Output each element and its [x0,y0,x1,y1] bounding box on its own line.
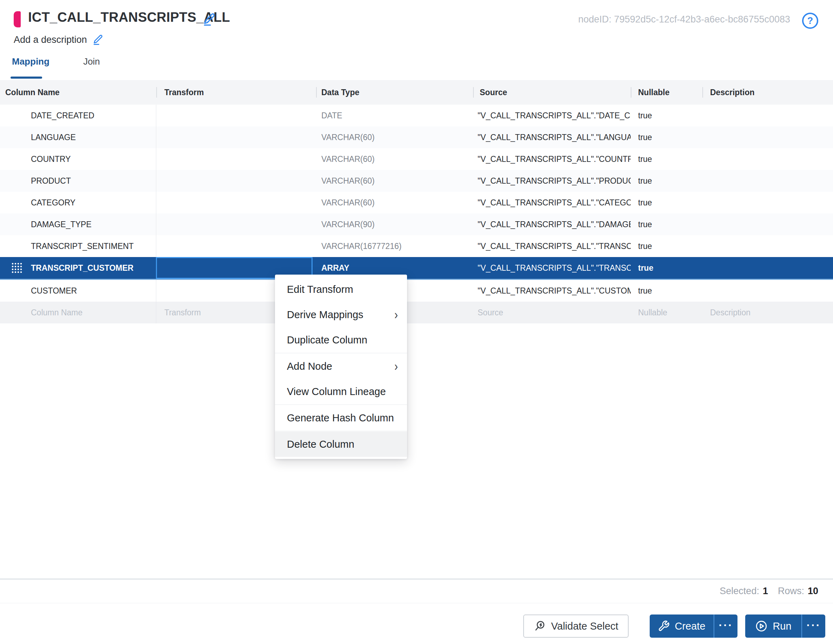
column-header-transform: Transform [156,80,316,104]
cell-source[interactable]: "V_CALL_TRANSCRIPTS_ALL"."COUNTRY" [473,148,631,170]
node-color-badge [14,11,21,27]
tab-mapping[interactable]: Mapping [12,56,50,67]
cell-data-type[interactable]: VARCHAR(60) [316,127,473,148]
run-button[interactable]: Run [745,615,801,638]
cell-transform[interactable] [156,170,316,192]
cell-nullable[interactable]: true [631,127,702,148]
column-header-data-type: Data Type [316,80,473,104]
cell-data-type[interactable]: VARCHAR(16777216) [316,235,473,257]
cell-nullable[interactable]: true [631,104,702,127]
cell-nullable[interactable]: true [631,280,702,302]
cell-data-type[interactable]: VARCHAR(60) [316,170,473,192]
cell-transform[interactable] [156,192,316,214]
run-label: Run [773,620,791,632]
cell-source[interactable]: "V_CALL_TRANSCRIPTS_ALL"."PRODUCT" [473,170,631,192]
edit-description-icon[interactable] [92,34,104,46]
menu-item-duplicate-column[interactable]: Duplicate Column [275,327,407,353]
cell-column-name[interactable]: CUSTOMER [0,280,156,302]
table-row-transcript-sentiment[interactable]: TRANSCRIPT_SENTIMENT VARCHAR(16777216) "… [0,235,833,257]
node-id-label: nodeID: 79592d5c-12cf-42b3-a6ec-bc86755c… [578,14,790,25]
ghost-nullable[interactable]: Nullable [631,302,702,323]
chevron-right-icon: › [394,360,398,373]
cell-column-name[interactable]: DAMAGE_TYPE [0,214,156,235]
cell-source[interactable]: "V_CALL_TRANSCRIPTS_ALL"."TRANSCRIP [473,257,631,279]
cell-description[interactable] [702,192,833,214]
table-row-transcript-customer-selected[interactable]: TRANSCRIPT_CUSTOMER ARRAY "V_CALL_TRANSC… [0,257,833,280]
cell-source[interactable]: "V_CALL_TRANSCRIPTS_ALL"."CUSTOMER" [473,280,631,302]
create-label: Create [675,620,705,632]
cell-nullable[interactable]: true [631,148,702,170]
create-more-button[interactable]: ··· [714,615,738,638]
menu-item-view-column-lineage[interactable]: View Column Lineage [275,379,407,404]
cell-column-name[interactable]: TRANSCRIPT_SENTIMENT [0,235,156,257]
create-button[interactable]: Create [650,615,714,638]
ghost-column-name[interactable]: Column Name [0,302,156,323]
tab-bar: Mapping Join [12,56,100,67]
cell-nullable[interactable]: true [631,257,702,279]
rows-count: 10 [808,586,818,597]
cell-source[interactable]: "V_CALL_TRANSCRIPTS_ALL"."CATEGORY" [473,192,631,214]
menu-divider [275,431,407,431]
cell-nullable[interactable]: true [631,170,702,192]
cell-nullable[interactable]: true [631,192,702,214]
menu-item-edit-transform[interactable]: Edit Transform [275,277,407,302]
table-row-customer[interactable]: CUSTOMER "V_CALL_TRANSCRIPTS_ALL"."CUSTO… [0,280,833,302]
table-row-language[interactable]: LANGUAGE VARCHAR(60) "V_CALL_TRANSCRIPTS… [0,127,833,148]
cell-column-name[interactable]: DATE_CREATED [0,104,156,127]
table-row-product[interactable]: PRODUCT VARCHAR(60) "V_CALL_TRANSCRIPTS_… [0,170,833,192]
cell-transform[interactable] [156,235,316,257]
table-row-country[interactable]: COUNTRY VARCHAR(60) "V_CALL_TRANSCRIPTS_… [0,148,833,170]
cell-description[interactable] [702,235,833,257]
selected-count: 1 [763,586,768,597]
ghost-description[interactable]: Description [702,302,833,323]
help-icon[interactable]: ? [802,13,818,29]
table-row-date-created[interactable]: DATE_CREATED DATE "V_CALL_TRANSCRIPTS_AL… [0,104,833,127]
cell-description[interactable] [702,127,833,148]
cell-description[interactable] [702,257,833,279]
validate-select-button[interactable]: Validate Select [523,615,629,638]
new-column-ghost-row[interactable]: Column Name Transform Source Nullable De… [0,302,833,323]
cell-source[interactable]: "V_CALL_TRANSCRIPTS_ALL"."LANGUAGE" [473,127,631,148]
cell-column-name[interactable]: COUNTRY [0,148,156,170]
cell-source[interactable]: "V_CALL_TRANSCRIPTS_ALL"."DAMAGE_TY [473,214,631,235]
cell-column-name[interactable]: LANGUAGE [0,127,156,148]
ellipsis-icon: ··· [807,619,821,632]
cell-description[interactable] [702,214,833,235]
cell-nullable[interactable]: true [631,235,702,257]
cell-nullable[interactable]: true [631,214,702,235]
edit-title-icon[interactable] [202,12,217,27]
table-row-category[interactable]: CATEGORY VARCHAR(60) "V_CALL_TRANSCRIPTS… [0,192,833,214]
cell-column-name[interactable]: PRODUCT [0,170,156,192]
cell-data-type[interactable]: DATE [316,104,473,127]
menu-item-derive-mappings[interactable]: Derive Mappings › [275,302,407,327]
menu-item-delete-column[interactable]: Delete Column [275,432,407,457]
rows-label: Rows: [778,586,804,597]
column-header-description: Description [702,80,833,104]
table-row-damage-type[interactable]: DAMAGE_TYPE VARCHAR(90) "V_CALL_TRANSCRI… [0,214,833,235]
run-more-button[interactable]: ··· [802,615,825,638]
menu-item-add-node[interactable]: Add Node › [275,353,407,379]
ghost-source[interactable]: Source [473,302,631,323]
description-placeholder: Add a description [14,34,87,45]
cell-description[interactable] [702,148,833,170]
cell-data-type[interactable]: VARCHAR(60) [316,192,473,214]
description-row[interactable]: Add a description [14,34,104,46]
cell-description[interactable] [702,170,833,192]
cell-transform[interactable] [156,148,316,170]
cell-description[interactable] [702,104,833,127]
cell-source[interactable]: "V_CALL_TRANSCRIPTS_ALL"."TRANSCRIP [473,235,631,257]
cell-column-name[interactable]: CATEGORY [0,192,156,214]
cell-transform[interactable] [156,127,316,148]
cell-transform[interactable] [156,104,316,127]
cell-data-type[interactable]: VARCHAR(90) [316,214,473,235]
cell-transform[interactable] [156,214,316,235]
menu-item-generate-hash-column[interactable]: Generate Hash Column [275,405,407,430]
cell-source[interactable]: "V_CALL_TRANSCRIPTS_ALL"."DATE_CREA [473,104,631,127]
cell-data-type[interactable]: VARCHAR(60) [316,148,473,170]
table-body: DATE_CREATED DATE "V_CALL_TRANSCRIPTS_AL… [0,104,833,323]
cell-description[interactable] [702,280,833,302]
drag-handle-icon[interactable] [9,260,24,276]
selected-label: Selected: [720,586,759,597]
active-tab-underline [11,77,42,79]
tab-join[interactable]: Join [83,56,100,67]
